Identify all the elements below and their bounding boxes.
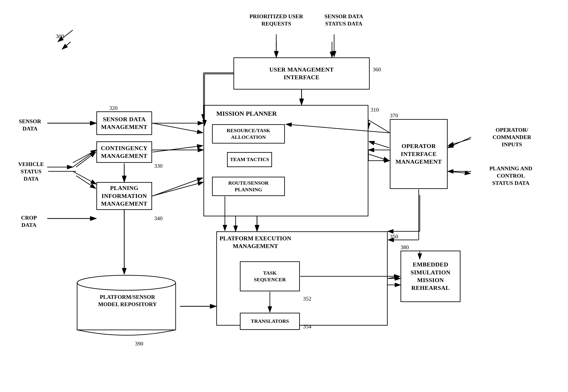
mission-planner-label: MISSION PLANNER [216,109,277,118]
svg-line-52 [76,176,96,188]
operator-commander-label: OPERATOR/COMMANDERINPUTS [471,126,553,148]
svg-line-33 [368,120,390,133]
ref-310: 310 [371,107,379,113]
svg-line-39 [58,30,73,42]
sensor-data-mgmt-box: SENSOR DATAMANAGEMENT [96,112,152,135]
contingency-mgmt-box: CONTINGENCYMANAGEMENT [96,141,152,163]
svg-line-51 [76,152,96,167]
svg-line-22 [448,137,471,148]
sensor-data-input-label: SENSORDATA [13,118,47,132]
ref300-arrow [51,28,77,45]
ref-380: 380 [401,244,409,251]
user-mgmt-box: USER MANAGEMENTINTERFACE [234,57,370,90]
diagram: 300 USER MANAGEMENTINTERFACE 360 MISSION… [0,0,568,392]
svg-line-64 [369,154,389,161]
planning-control-label: PLANNING ANDCONTROLSTATUS DATA [471,165,550,187]
ref-390: 390 [135,341,143,347]
vehicle-status-label: VEHICLESTATUSDATA [13,161,49,182]
svg-point-38 [77,275,176,290]
svg-line-13 [73,171,96,184]
svg-line-70 [388,276,400,279]
ref-320: 320 [109,105,118,112]
svg-line-10 [73,150,96,167]
ref-330: 330 [154,163,163,169]
svg-line-69 [448,171,471,173]
sensor-data-status-label: SENSOR DATASTATUS DATA [317,13,371,28]
team-tactics-box: TEAM TACTICS [227,152,272,167]
svg-line-63 [369,141,389,148]
ref-352: 352 [303,296,311,302]
svg-line-12 [73,150,96,163]
svg-line-53 [152,146,203,152]
platform-exec-label: PLATFORM EXECUTIONMANAGEMENT [220,235,291,250]
platform-sensor-label: PLATFORM/SENSORMODEL REPOSITORY [77,294,178,308]
prioritized-user-label: PRIORITIZED USERREQUESTS [247,13,305,28]
ref-350: 350 [390,234,398,240]
task-sequencer-box: TASKSEQUENCER [240,261,300,291]
svg-line-16 [152,182,204,196]
resource-task-box: RESOURCE/TASKALLOCATION [212,124,285,143]
ref-360: 360 [373,66,381,73]
embedded-sim-box: EMBEDDEDSIMULATIONMISSIONREHEARSAL [401,251,460,302]
svg-line-68 [448,139,471,146]
translators-box: TRANSLATORS [240,313,300,330]
operator-interface-box: OPERATORINTERFACEMANAGEMENT [390,119,448,189]
ref-340: 340 [154,215,163,222]
ref-354: 354 [303,323,311,330]
planning-info-box: PLANINGINFORMATIONMANAGEMENT [96,182,152,210]
route-sensor-box: ROUTE/SENSORPLANNING [212,177,285,196]
svg-line-55 [152,178,203,196]
ref-370: 370 [390,112,398,119]
crop-data-label: CROPDATA [13,214,45,229]
svg-line-49 [152,123,203,133]
